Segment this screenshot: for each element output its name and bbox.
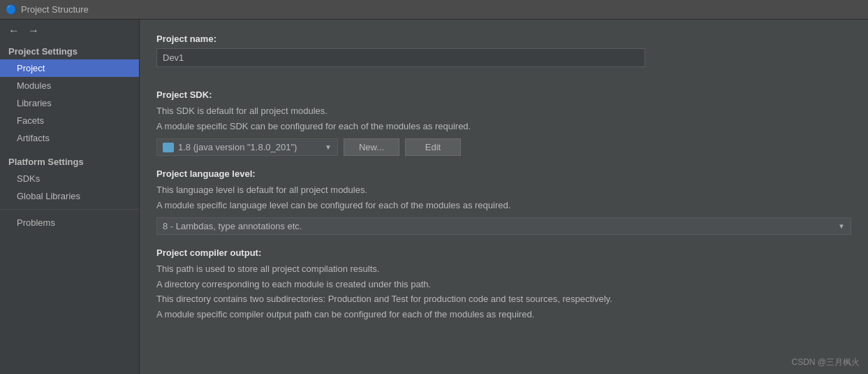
sidebar-item-sdks[interactable]: SDKs [0,170,139,187]
project-compiler-output-label: Project compiler output: [156,247,851,258]
project-compiler-output-section: Project compiler output: This path is us… [156,247,851,321]
project-language-level-label: Project language level: [156,168,851,179]
title-bar-text: Project Structure [21,4,89,15]
sdk-dropdown[interactable]: 1.8 (java version "1.8.0_201") ▼ [156,138,338,156]
main-layout: ← → Project Settings Project Modules Lib… [0,20,868,374]
compiler-output-desc4: A module specific compiler output path c… [156,308,851,322]
language-level-dropdown[interactable]: 8 - Lambdas, type annotations etc. ▼ [156,217,851,235]
platform-settings-label: Platform Settings [0,154,139,170]
project-sdk-label: Project SDK: [156,89,851,100]
compiler-output-desc1: This path is used to store all project c… [156,262,851,276]
sidebar-item-facets[interactable]: Facets [0,112,139,129]
nav-buttons: ← → [0,20,139,42]
content-area: Project name: Project SDK: This SDK is d… [140,20,868,374]
sidebar: ← → Project Settings Project Modules Lib… [0,20,140,374]
app-icon: 🔵 [6,4,17,15]
sidebar-item-problems[interactable]: Problems [0,214,139,231]
language-level-dropdown-chevron: ▼ [838,222,845,230]
language-level-dropdown-value: 8 - Lambdas, type annotations etc. [163,221,302,231]
sdk-desc1: This SDK is default for all project modu… [156,104,851,118]
edit-sdk-button[interactable]: Edit [405,138,461,156]
language-level-desc2: A module specific language level can be … [156,199,851,213]
language-level-desc1: This language level is default for all p… [156,183,851,197]
forward-button[interactable]: → [25,24,42,38]
sdk-dropdown-value: 1.8 (java version "1.8.0_201") [178,142,297,152]
sidebar-item-artifacts[interactable]: Artifacts [0,129,139,147]
project-settings-label: Project Settings [0,43,139,59]
project-name-section: Project name: [156,34,851,77]
sidebar-item-project[interactable]: Project [0,59,139,77]
sidebar-item-global-libraries[interactable]: Global Libraries [0,187,139,205]
project-name-label: Project name: [156,34,851,44]
sidebar-divider [0,209,139,210]
title-bar: 🔵 Project Structure [0,0,868,20]
compiler-output-desc2: A directory corresponding to each module… [156,278,851,292]
new-sdk-button[interactable]: New... [344,138,399,156]
sdk-row: 1.8 (java version "1.8.0_201") ▼ New... … [156,138,851,156]
watermark: CSDN @三月枫火 [791,357,860,368]
sdk-desc2: A module specific SDK can be configured … [156,120,851,134]
back-button[interactable]: ← [6,24,22,38]
sidebar-item-libraries[interactable]: Libraries [0,94,139,112]
sdk-dropdown-chevron: ▼ [325,143,332,151]
sdk-dropdown-icon [163,143,174,152]
project-sdk-section: Project SDK: This SDK is default for all… [156,89,851,156]
sidebar-item-modules[interactable]: Modules [0,77,139,94]
project-language-level-section: Project language level: This language le… [156,168,851,235]
project-name-input[interactable] [156,48,645,67]
compiler-output-desc3: This directory contains two subdirectori… [156,292,851,306]
